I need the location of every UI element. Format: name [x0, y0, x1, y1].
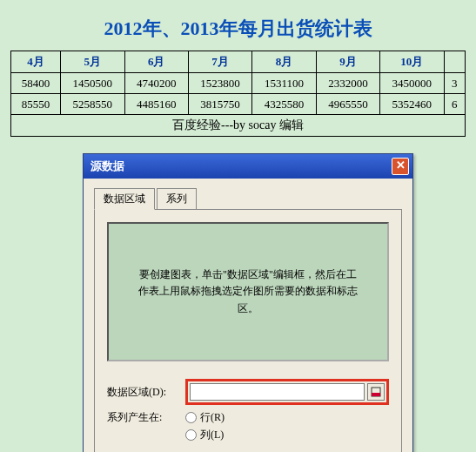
radio-cols-label: 列(L)	[200, 428, 224, 442]
cell[interactable]: 6	[444, 94, 465, 115]
cell[interactable]: 58400	[11, 73, 61, 94]
col-header[interactable]: 7月	[188, 51, 251, 73]
tab-panel: 要创建图表，单击"数据区域"编辑框，然后在工作表上用鼠标拖拽选定作图所需要的数据…	[94, 210, 402, 452]
cell[interactable]: 85550	[11, 94, 61, 115]
source-data-dialog: 源数据 ✕ 数据区域 系列 要创建图表，单击"数据区域"编辑框，然后在工作表上用…	[83, 153, 413, 452]
footer-cell[interactable]: 百度经验---by socay 编辑	[11, 115, 466, 137]
cell[interactable]: 4485160	[124, 94, 188, 115]
cell[interactable]: 2332000	[316, 73, 379, 94]
col-header[interactable]: 9月	[316, 51, 379, 73]
cell[interactable]: 1523800	[188, 73, 251, 94]
radio-rows[interactable]: 行(R)	[185, 410, 225, 425]
table-row: 85550 5258550 4485160 3815750 4325580 49…	[11, 94, 466, 115]
form-area: 数据区域(D): 系列产生在:	[107, 379, 389, 442]
cell[interactable]: 5352460	[380, 94, 444, 115]
col-header[interactable]: 5月	[61, 51, 124, 73]
data-range-row: 数据区域(D):	[107, 379, 389, 405]
data-table: 4月 5月 6月 7月 8月 9月 10月 58400 1450500 4740…	[10, 51, 466, 137]
col-header[interactable]: 10月	[380, 51, 444, 73]
dialog-title: 源数据	[91, 159, 124, 174]
sheet-title: 2012年、2013年每月出货统计表	[10, 9, 466, 51]
cell[interactable]: 3815750	[188, 94, 251, 115]
series-in-radios: 行(R) 列(L)	[185, 410, 225, 442]
dialog-body: 数据区域 系列 要创建图表，单击"数据区域"编辑框，然后在工作表上用鼠标拖拽选定…	[84, 179, 412, 452]
chart-preview-area: 要创建图表，单击"数据区域"编辑框，然后在工作表上用鼠标拖拽选定作图所需要的数据…	[107, 222, 389, 361]
table-footer-row: 百度经验---by socay 编辑	[11, 115, 466, 137]
svg-rect-1	[372, 393, 380, 396]
close-button[interactable]: ✕	[392, 158, 409, 175]
radio-rows-input[interactable]	[185, 412, 197, 423]
close-icon: ✕	[396, 159, 406, 172]
col-header[interactable]: 8月	[252, 51, 316, 73]
cell[interactable]: 3450000	[380, 73, 444, 94]
data-range-label: 数据区域(D):	[107, 385, 185, 400]
footer-text: 百度经验---by socay 编辑	[172, 115, 304, 135]
table-header-row: 4月 5月 6月 7月 8月 9月 10月	[11, 51, 466, 73]
table-row: 58400 1450500 4740200 1523800 1531100 23…	[11, 73, 466, 94]
radio-rows-label: 行(R)	[200, 410, 225, 425]
dialog-titlebar[interactable]: 源数据 ✕	[84, 154, 412, 179]
col-header[interactable]: 6月	[124, 51, 188, 73]
cell[interactable]: 1531100	[252, 73, 316, 94]
cell[interactable]: 1450500	[61, 73, 124, 94]
collapse-icon	[371, 387, 381, 397]
cell[interactable]: 4325580	[252, 94, 316, 115]
data-range-input[interactable]	[190, 383, 365, 401]
col-header[interactable]: 4月	[11, 51, 61, 73]
data-range-input-highlight	[185, 379, 389, 405]
tab-series[interactable]: 系列	[157, 188, 197, 210]
tabs: 数据区域 系列	[94, 187, 402, 210]
radio-cols-input[interactable]	[185, 429, 197, 441]
collapse-dialog-button[interactable]	[367, 383, 385, 401]
cell[interactable]: 4965550	[316, 94, 379, 115]
preview-instruction-text: 要创建图表，单击"数据区域"编辑框，然后在工作表上用鼠标拖拽选定作图所需要的数据…	[135, 266, 361, 317]
tab-data-range[interactable]: 数据区域	[94, 188, 155, 210]
cell[interactable]: 4740200	[124, 73, 188, 94]
cell[interactable]: 3	[444, 73, 465, 94]
cell[interactable]: 5258550	[61, 94, 124, 115]
radio-cols[interactable]: 列(L)	[185, 428, 225, 442]
series-in-label: 系列产生在:	[107, 410, 185, 425]
series-in-row: 系列产生在: 行(R) 列(L)	[107, 410, 389, 442]
col-header[interactable]	[444, 51, 465, 73]
spreadsheet-area: 2012年、2013年每月出货统计表 4月 5月 6月 7月 8月 9月 10月…	[0, 0, 476, 145]
